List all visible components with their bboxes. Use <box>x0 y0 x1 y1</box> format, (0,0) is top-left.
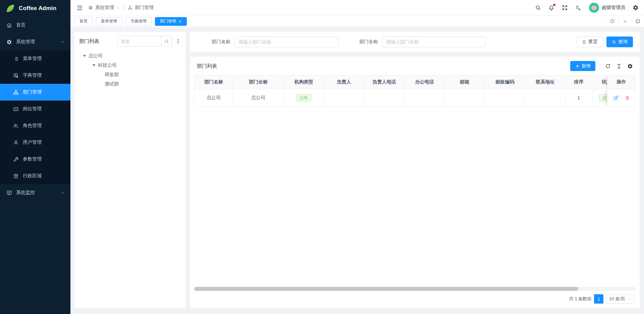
breadcrumb: 系统管理 / 部门管理 <box>88 5 154 11</box>
search-icon[interactable] <box>535 5 541 11</box>
cell-org-type: 公司 <box>284 89 324 107</box>
sidebar-item-system-monitor[interactable]: 系统监控 <box>0 184 70 201</box>
dept-fullname-label: 部门全称 <box>359 39 378 45</box>
tab-label: 部门管理 <box>160 18 176 24</box>
dept-table-card: 部门列表 新增 <box>190 57 640 308</box>
page-button-1[interactable]: 1 <box>594 294 603 304</box>
tree-expand-caret-icon[interactable] <box>83 55 86 57</box>
cell-dept-fullname: 总公司 <box>233 89 284 107</box>
cell-actions <box>607 89 636 107</box>
sidebar-item-post-mgmt[interactable]: 岗位管理 <box>0 101 70 117</box>
add-button[interactable]: 新增 <box>570 61 595 71</box>
tree-node-label: 总公司 <box>89 53 103 59</box>
column-header-dept-name: 部门名称 <box>194 75 233 89</box>
tree-node-head-office[interactable]: 总公司 <box>79 51 181 61</box>
sidebar-item-menu-mgmt[interactable]: 菜单管理 <box>0 50 70 67</box>
notification-badge <box>553 4 555 6</box>
bank-icon <box>13 173 19 179</box>
dept-fullname-input[interactable] <box>382 37 486 47</box>
sidebar-item-user-mgmt[interactable]: 用户管理 <box>0 134 70 151</box>
bell-icon[interactable] <box>548 5 554 11</box>
cell-postcode <box>485 89 525 107</box>
sidebar-item-home[interactable]: 首页 <box>0 17 70 34</box>
column-header-leader: 负责人 <box>324 75 364 89</box>
edit-icon[interactable] <box>613 95 619 101</box>
tab-home[interactable]: 首页 <box>74 17 93 26</box>
sidebar-item-dict-mgmt[interactable]: 字典管理 <box>0 67 70 84</box>
org-chart-icon <box>13 89 19 95</box>
refresh-icon[interactable] <box>605 63 611 69</box>
chevron-down-icon <box>628 297 631 301</box>
tab-dept-mgmt[interactable]: 部门管理 <box>155 17 187 26</box>
dept-tree-panel: 部门列表 总公司 科技公司 <box>74 32 185 308</box>
tree-panel-header: 部门列表 <box>79 36 181 47</box>
sidebar-item-admin-region[interactable]: 行政区域 <box>0 168 70 184</box>
sidebar-item-system-mgmt[interactable]: 系统管理 <box>0 34 70 50</box>
row-height-icon[interactable] <box>616 63 622 69</box>
sidebar-item-label: 行政区域 <box>23 173 42 179</box>
sidebar-item-label: 系统管理 <box>16 39 35 45</box>
tree-node-rnd-dept[interactable]: 研发部 <box>79 70 181 79</box>
cell-leader-phone <box>364 89 405 107</box>
settings-gear-icon[interactable] <box>633 5 639 11</box>
column-header-actions: 操作 <box>607 75 636 89</box>
content: 部门列表 总公司 科技公司 <box>70 27 644 314</box>
tab-dict-mgmt[interactable]: 字典管理 <box>125 17 152 26</box>
username: 超级管理员 <box>602 5 625 11</box>
trash-icon[interactable] <box>625 96 630 101</box>
cell-office-phone <box>405 89 445 107</box>
scrollbar-thumb[interactable] <box>194 287 578 291</box>
reset-button[interactable]: 重置 <box>577 37 603 47</box>
chevron-up-icon <box>61 40 64 44</box>
column-header-dept-fullname: 部门全称 <box>233 75 284 89</box>
dept-name-input[interactable] <box>234 37 338 47</box>
pagination: 共 1 条数据 1 10 条/页 <box>190 291 640 308</box>
user-icon <box>13 139 19 145</box>
tree-node-label: 测试部 <box>105 81 119 87</box>
page-size-value: 10 条/页 <box>609 296 625 302</box>
column-settings-icon[interactable] <box>627 63 633 69</box>
svg-text:A: A <box>579 7 581 11</box>
sidebar-item-label: 用户管理 <box>23 139 42 145</box>
tree-panel-title: 部门列表 <box>79 38 99 45</box>
avatar <box>589 3 599 13</box>
search-icon <box>612 40 616 44</box>
cell-sort: 1 <box>566 89 592 107</box>
page-size-select[interactable]: 10 条/页 <box>606 294 634 304</box>
app-logo: Coffee Admin <box>0 0 70 17</box>
sidebar-item-dept-mgmt[interactable]: 部门管理 <box>0 84 70 101</box>
tree-expand-caret-icon[interactable] <box>93 64 95 66</box>
breadcrumb-item-system-mgmt[interactable]: 系统管理 <box>95 5 114 11</box>
translate-icon[interactable]: 文A <box>575 5 582 11</box>
fullscreen-icon[interactable] <box>562 5 568 11</box>
search-button[interactable]: 查询 <box>606 37 633 47</box>
tab-label: 字典管理 <box>130 18 147 24</box>
role-icon <box>13 123 19 129</box>
tab-menu-mgmt[interactable]: 菜单管理 <box>96 17 122 26</box>
tree-node-label: 科技公司 <box>98 62 117 68</box>
cell-leader <box>324 89 364 107</box>
refresh-tab-icon[interactable] <box>606 16 619 27</box>
sidebar-item-label: 菜单管理 <box>23 56 42 62</box>
tree-search-button[interactable] <box>161 36 172 47</box>
maximize-icon[interactable] <box>631 16 644 27</box>
dictionary-icon <box>13 72 19 78</box>
table-card-header: 部门列表 新增 <box>190 57 640 75</box>
tree-more-menu-icon[interactable] <box>175 39 181 44</box>
dept-tree: 总公司 科技公司 研发部 测试部 <box>79 51 181 89</box>
sidebar-item-param-mgmt[interactable]: 参数管理 <box>0 151 70 168</box>
tab-close-icon[interactable] <box>179 20 182 23</box>
add-label: 新增 <box>582 63 590 69</box>
table-viewport: 部门名称 部门全称 机构类型 负责人 负责人电话 办公电话 邮箱 邮政编码 联系… <box>194 75 636 107</box>
main-area: 系统管理 / 部门管理 文A <box>70 0 644 314</box>
menu-fold-icon[interactable] <box>76 5 83 11</box>
sidebar-item-role-mgmt[interactable]: 角色管理 <box>0 117 70 134</box>
tabs-menu-chevron-icon[interactable] <box>619 16 631 27</box>
user-menu[interactable]: 超级管理员 <box>589 3 625 13</box>
trash-icon <box>582 40 586 44</box>
tree-search-group <box>117 36 172 47</box>
tree-node-test-dept[interactable]: 测试部 <box>79 79 181 89</box>
table-row: 总公司 总公司 公司 1 正常 <box>194 89 636 107</box>
tree-search-input[interactable] <box>117 36 161 47</box>
tree-node-tech-company[interactable]: 科技公司 <box>79 61 181 70</box>
